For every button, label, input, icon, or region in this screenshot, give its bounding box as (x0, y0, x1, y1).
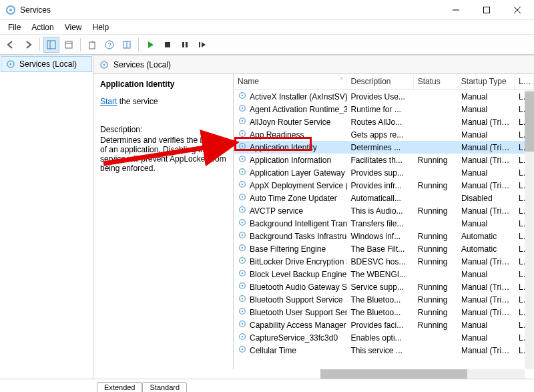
scrollbar-thumb[interactable] (320, 369, 467, 379)
service-status-cell (414, 109, 457, 110)
service-row[interactable]: Application InformationFacilitates th...… (234, 154, 534, 166)
service-status-cell (414, 350, 457, 351)
service-row[interactable]: CaptureService_33fc3d0Enables opti...Man… (234, 331, 534, 344)
service-description-cell: Determines ... (347, 142, 414, 153)
maximize-button[interactable] (471, 0, 502, 20)
svg-point-58 (242, 311, 244, 313)
svg-point-28 (242, 120, 244, 122)
minimize-button[interactable] (441, 0, 471, 20)
service-row[interactable]: Auto Time Zone UpdaterAutomaticall...Dis… (234, 192, 534, 204)
service-row[interactable]: Block Level Backup Engine S...The WBENGI… (234, 268, 534, 280)
gear-icon (238, 230, 247, 242)
gear-icon (5, 59, 16, 69)
gear-icon (238, 192, 247, 204)
service-startup-cell: Manual (457, 333, 515, 343)
toolbar-separator (80, 38, 81, 51)
service-name-text: Bluetooth Audio Gateway Se... (250, 282, 347, 292)
service-name-cell: Base Filtering Engine (234, 242, 347, 255)
service-description-cell: Enables opti... (347, 333, 414, 343)
service-name-cell: Capability Access Manager S... (234, 319, 347, 331)
horizontal-scrollbar[interactable] (320, 369, 525, 379)
service-row[interactable]: ActiveX Installer (AxInstSV)Provides Use… (234, 90, 534, 103)
service-status-cell: Running (414, 244, 457, 254)
start-service-link[interactable]: Start (100, 97, 117, 106)
service-row[interactable]: BitLocker Drive Encryption S...BDESVC ho… (234, 255, 534, 268)
svg-point-30 (242, 133, 244, 135)
service-row[interactable]: AppX Deployment Service (A...Provides in… (234, 179, 534, 192)
service-name-text: BitLocker Drive Encryption S... (250, 257, 347, 266)
service-startup-cell: Manual (457, 269, 515, 280)
vertical-scrollbar[interactable] (525, 90, 534, 369)
service-description-cell: Service supp... (347, 282, 414, 292)
service-row[interactable]: Background Intelligent Tran...Transfers … (234, 217, 534, 230)
service-row[interactable]: Application Layer Gateway S...Provides s… (234, 166, 534, 179)
service-name-text: AppX Deployment Service (A... (250, 181, 347, 190)
service-name-cell: Application Information (234, 154, 347, 166)
service-row[interactable]: Capability Access Manager S...Provides f… (234, 319, 534, 331)
gear-icon (238, 180, 247, 191)
nav-label: Services (Local) (19, 59, 77, 69)
forward-button[interactable] (20, 37, 36, 53)
svg-rect-3 (484, 7, 490, 13)
svg-point-36 (242, 171, 244, 173)
refresh-button[interactable] (119, 37, 135, 53)
service-row[interactable]: Bluetooth Audio Gateway Se...Service sup… (234, 280, 534, 293)
export-button[interactable] (84, 37, 100, 53)
service-name-cell: Block Level Backup Engine S... (234, 268, 347, 280)
service-row[interactable]: AVCTP serviceThis is Audio...RunningManu… (234, 204, 534, 217)
service-row[interactable]: Application IdentityDetermines ...Manual… (234, 141, 534, 154)
service-description-cell: This service ... (347, 345, 414, 356)
service-row[interactable]: Bluetooth User Support Serv...The Blueto… (234, 306, 534, 319)
start-service-button[interactable] (142, 37, 158, 53)
service-row[interactable]: Base Filtering EngineThe Base Filt...Run… (234, 242, 534, 255)
gear-icon (238, 129, 247, 140)
svg-rect-16 (182, 42, 184, 47)
service-status-cell (414, 172, 457, 174)
service-row[interactable]: Bluetooth Support ServiceThe Bluetoo...R… (234, 293, 534, 306)
menu-action[interactable]: Action (26, 21, 59, 33)
service-row[interactable]: Cellular TimeThis service ...Manual (Tri… (234, 344, 534, 357)
service-row[interactable]: App ReadinessGets apps re...ManualLoc (234, 128, 534, 141)
gear-icon (238, 243, 247, 254)
toolbar-separator (39, 38, 40, 51)
scrollbar-thumb[interactable] (525, 91, 534, 152)
properties-button[interactable] (61, 37, 77, 53)
service-startup-cell: Manual (457, 168, 515, 178)
menu-help[interactable]: Help (87, 21, 115, 33)
help-button[interactable]: ? (101, 37, 117, 53)
service-row[interactable]: Agent Activation Runtime_3...Runtime for… (234, 103, 534, 116)
stop-service-button[interactable] (160, 37, 176, 53)
service-description-cell: The Bluetoo... (347, 295, 414, 305)
column-log-on-as[interactable]: Loc (515, 74, 534, 89)
svg-point-62 (242, 336, 244, 338)
svg-rect-18 (199, 42, 200, 47)
pause-service-button[interactable] (177, 37, 193, 53)
back-button[interactable] (3, 37, 19, 53)
gear-icon (238, 205, 247, 216)
close-button[interactable] (502, 0, 533, 20)
gear-icon (238, 294, 247, 305)
column-startup-type[interactable]: Startup Type (457, 74, 515, 89)
content-header: Services (Local) (93, 55, 534, 74)
title-bar: Services (0, 0, 534, 20)
service-status-cell: Running (414, 256, 457, 267)
service-description-cell: Provides sup... (347, 168, 414, 178)
menu-view[interactable]: View (59, 21, 87, 33)
service-name-text: Application Layer Gateway S... (250, 168, 347, 178)
tab-extended[interactable]: Extended (97, 382, 142, 392)
show-hide-tree-button[interactable] (43, 37, 59, 53)
menu-file[interactable]: File (3, 21, 26, 33)
column-status[interactable]: Status (414, 74, 457, 89)
service-startup-cell: Manual (Trigg... (457, 142, 515, 153)
service-row[interactable]: Background Tasks Infrastruc...Windows in… (234, 230, 534, 242)
column-description[interactable]: Description (346, 74, 413, 89)
restart-service-button[interactable] (194, 37, 210, 53)
nav-services-local[interactable]: Services (Local) (1, 56, 92, 72)
service-status-cell: Running (414, 155, 457, 166)
tab-standard[interactable]: Standard (142, 382, 187, 392)
gear-icon (238, 332, 247, 343)
service-startup-cell: Manual (Trigg... (457, 256, 515, 267)
column-name[interactable]: Name (234, 74, 346, 89)
service-row[interactable]: AllJoyn Router ServiceRoutes AllJo...Man… (234, 116, 534, 128)
service-description-cell: Routes AllJo... (347, 117, 414, 128)
